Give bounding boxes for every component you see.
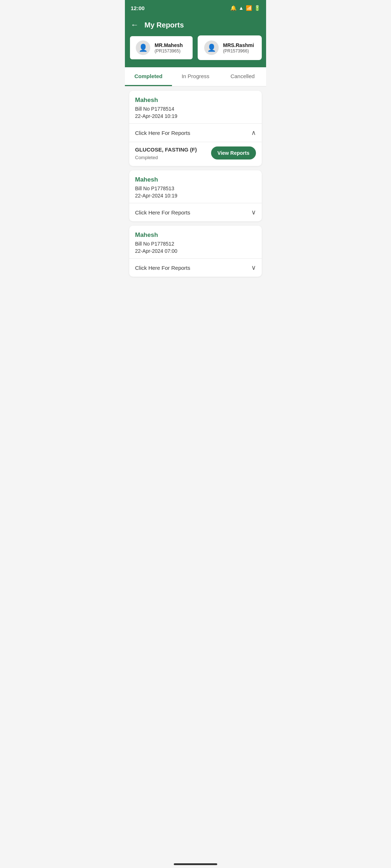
report-3-bill-no: Bill No P1778512 — [135, 241, 256, 247]
tab-completed[interactable]: Completed — [125, 67, 172, 86]
report-card-1: Mahesh Bill No P1778514 22-Apr-2024 10:1… — [129, 91, 262, 166]
user-avatar-mr-mahesh: 👤 — [136, 41, 150, 55]
signal-icon: 📶 — [246, 5, 252, 11]
report-1-patient-name: Mahesh — [135, 97, 256, 104]
app-header: ← My Reports — [125, 16, 266, 35]
status-time: 12:00 — [131, 5, 144, 11]
report-1-bill-no: Bill No P1778514 — [135, 106, 256, 112]
report-card-3-header: Mahesh Bill No P1778512 22-Apr-2024 07:0… — [129, 226, 262, 258]
reports-content: Mahesh Bill No P1778514 22-Apr-2024 10:1… — [125, 86, 266, 281]
user-info-mr-mahesh: MR.Mahesh (PR1573965) — [155, 42, 183, 54]
report-2-bill-no: Bill No P1778513 — [135, 186, 256, 191]
report-1-detail: GLUCOSE, FASTING (F) Completed View Repo… — [129, 142, 262, 166]
bottom-spacing — [125, 281, 266, 295]
tabs-bar: Completed In Progress Cancelled — [125, 67, 266, 86]
user-avatar-mrs-rashmi: 👤 — [204, 41, 219, 55]
report-1-click-label: Click Here For Reports — [135, 130, 190, 136]
chevron-down-icon-2: ∨ — [251, 208, 256, 216]
view-reports-button[interactable]: View Reports — [211, 146, 256, 159]
status-bar: 12:00 🔔 ▲ 📶 🔋 — [125, 0, 266, 16]
report-card-3: Mahesh Bill No P1778512 22-Apr-2024 07:0… — [129, 226, 262, 277]
user-name-mrs-rashmi: MRS.Rashmi — [223, 42, 254, 48]
report-2-date: 22-Apr-2024 10:19 — [135, 193, 256, 199]
tab-cancelled[interactable]: Cancelled — [219, 67, 266, 86]
report-2-patient-name: Mahesh — [135, 176, 256, 183]
tab-in-progress[interactable]: In Progress — [172, 67, 219, 86]
report-1-toggle[interactable]: Click Here For Reports ∧ — [129, 124, 262, 142]
report-3-click-label: Click Here For Reports — [135, 265, 190, 271]
user-id-mrs-rashmi: (PR1573966) — [223, 48, 254, 54]
person-icon: 👤 — [139, 43, 148, 52]
report-1-test-name: GLUCOSE, FASTING (F) — [135, 146, 211, 153]
chevron-down-icon-3: ∨ — [251, 264, 256, 272]
user-cards-section: 👤 MR.Mahesh (PR1573965) 👤 MRS.Rashmi (PR… — [125, 35, 266, 67]
notification-icon: 🔔 — [230, 5, 236, 11]
battery-icon: 🔋 — [254, 5, 260, 11]
user-id-mr-mahesh: (PR1573965) — [155, 48, 183, 54]
report-card-2: Mahesh Bill No P1778513 22-Apr-2024 10:1… — [129, 170, 262, 221]
user-name-mr-mahesh: MR.Mahesh — [155, 42, 183, 48]
user-card-mr-mahesh[interactable]: 👤 MR.Mahesh (PR1573965) — [129, 35, 193, 60]
report-3-patient-name: Mahesh — [135, 231, 256, 239]
page-title: My Reports — [144, 21, 184, 29]
report-3-date: 22-Apr-2024 07:00 — [135, 248, 256, 254]
report-3-toggle[interactable]: Click Here For Reports ∨ — [129, 259, 262, 277]
user-card-mrs-rashmi[interactable]: 👤 MRS.Rashmi (PR1573966) — [198, 35, 262, 60]
status-icons: 🔔 ▲ 📶 🔋 — [230, 5, 260, 11]
wifi-icon: ▲ — [239, 5, 244, 11]
report-card-2-header: Mahesh Bill No P1778513 22-Apr-2024 10:1… — [129, 170, 262, 203]
report-card-1-header: Mahesh Bill No P1778514 22-Apr-2024 10:1… — [129, 91, 262, 123]
chevron-up-icon: ∧ — [251, 129, 256, 137]
report-1-test-info: GLUCOSE, FASTING (F) Completed — [135, 146, 211, 160]
person-icon-2: 👤 — [207, 43, 216, 52]
user-info-mrs-rashmi: MRS.Rashmi (PR1573966) — [223, 42, 254, 54]
back-button[interactable]: ← — [131, 20, 139, 30]
report-1-date: 22-Apr-2024 10:19 — [135, 113, 256, 119]
report-2-click-label: Click Here For Reports — [135, 209, 190, 216]
report-2-toggle[interactable]: Click Here For Reports ∨ — [129, 203, 262, 221]
report-1-test-status: Completed — [135, 155, 211, 160]
